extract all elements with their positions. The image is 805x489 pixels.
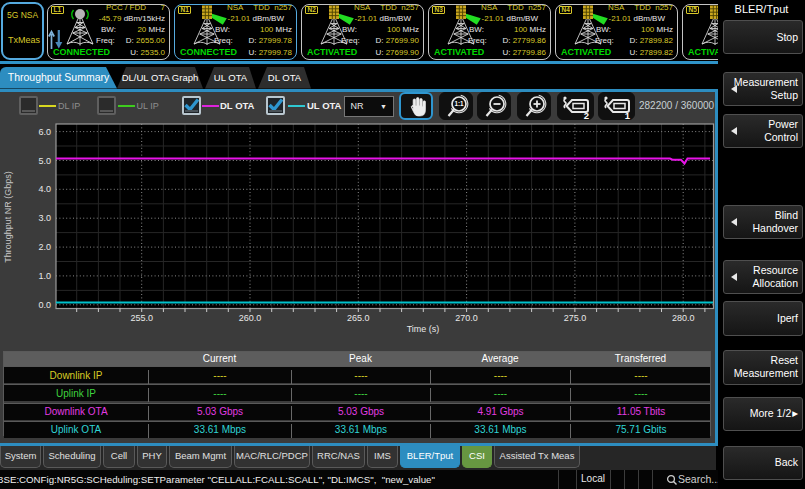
- svg-text:1:1: 1:1: [454, 100, 464, 107]
- svg-text:2.0: 2.0: [38, 242, 51, 252]
- svg-text:6.0: 6.0: [38, 127, 51, 137]
- svg-text:265.0: 265.0: [347, 313, 370, 323]
- svg-text:5.0: 5.0: [38, 156, 51, 166]
- svg-text:275.0: 275.0: [564, 313, 587, 323]
- svg-text:280.0: 280.0: [672, 313, 695, 323]
- svg-text:4.0: 4.0: [38, 184, 51, 194]
- svg-text:270.0: 270.0: [455, 313, 478, 323]
- svg-text:0.0: 0.0: [38, 300, 51, 310]
- svg-text:1.0: 1.0: [38, 271, 51, 281]
- svg-text:255.0: 255.0: [130, 313, 153, 323]
- svg-text:3.0: 3.0: [38, 213, 51, 223]
- svg-text:Time (s): Time (s): [407, 324, 440, 334]
- svg-text:260.0: 260.0: [239, 313, 262, 323]
